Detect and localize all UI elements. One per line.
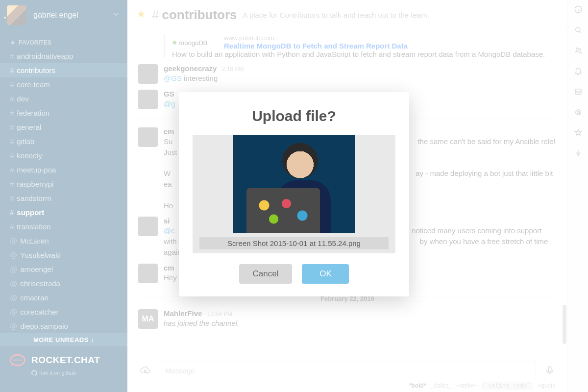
filename-label: Screen Shot 2015-10-01 at 11.55.24.png: [199, 237, 389, 249]
cancel-button[interactable]: Cancel: [239, 264, 293, 284]
modal-overlay[interactable]: Upload file? Screen Shot 2015-10-01 at 1…: [0, 0, 588, 392]
file-preview: [193, 135, 395, 233]
ok-button[interactable]: OK: [302, 264, 349, 284]
modal-title: Upload file?: [193, 108, 395, 124]
upload-file-modal: Upload file? Screen Shot 2015-10-01 at 1…: [179, 92, 409, 296]
